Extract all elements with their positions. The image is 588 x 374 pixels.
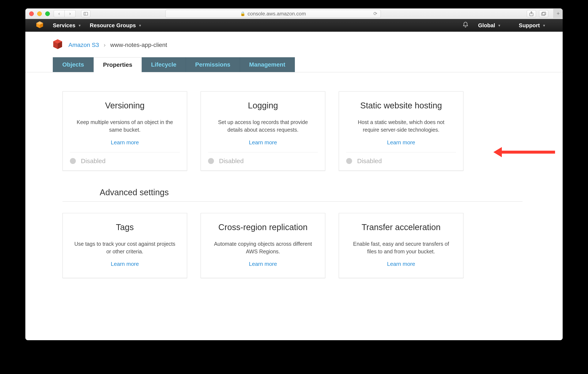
aws-top-nav: Services ▾ Resource Groups ▾ Global ▾ Su… [25, 19, 563, 32]
tab-objects[interactable]: Objects [53, 57, 94, 72]
tabs-icon [541, 12, 546, 16]
share-icon [529, 11, 534, 16]
card-title: Versioning [70, 101, 180, 110]
status-indicator-icon [208, 158, 214, 164]
chevron-down-icon: ▾ [139, 23, 141, 27]
learn-more-link[interactable]: Learn more [346, 139, 456, 146]
region-label: Global [478, 22, 495, 29]
cards-row-2: Tags Use tags to track your cost against… [63, 213, 563, 278]
card-description: Host a static website, which does not re… [350, 118, 452, 134]
sidebar-toggle-button[interactable] [81, 10, 90, 17]
tab-lifecycle[interactable]: Lifecycle [142, 57, 186, 72]
resource-groups-menu[interactable]: Resource Groups ▾ [90, 22, 141, 29]
chevron-down-icon: ▾ [79, 23, 81, 27]
properties-panel: Versioning Keep multiple versions of an … [25, 72, 563, 197]
window-zoom-button[interactable] [45, 11, 50, 16]
region-menu[interactable]: Global ▾ [478, 22, 500, 29]
reload-icon[interactable]: ⟳ [373, 11, 377, 16]
learn-more-link[interactable]: Learn more [70, 261, 180, 267]
cards-row-1: Versioning Keep multiple versions of an … [63, 91, 563, 171]
tabs-button[interactable] [539, 10, 548, 17]
aws-nav-right: Global ▾ Support ▾ [462, 21, 554, 29]
support-label: Support [519, 22, 540, 29]
card-description: Set up access log records that provide d… [212, 118, 314, 134]
svg-rect-5 [542, 12, 546, 15]
card-title: Cross-region replication [208, 223, 318, 232]
services-menu[interactable]: Services ▾ [53, 22, 81, 29]
nav-buttons: ‹ › [54, 10, 76, 17]
window-minimize-button[interactable] [37, 11, 42, 16]
address-text: console.aws.amazon.com [248, 11, 306, 17]
support-menu[interactable]: Support ▾ [519, 22, 545, 29]
page-content: Amazon S3 › www-notes-app-client Objects… [25, 32, 563, 278]
card-title: Static website hosting [346, 101, 456, 110]
status-indicator-icon [346, 158, 352, 164]
chevron-down-icon: ▾ [498, 23, 500, 27]
tabs: Objects Properties Lifecycle Permissions… [53, 57, 563, 72]
card-title: Transfer acceleration [346, 223, 456, 232]
aws-logo-icon[interactable] [36, 21, 43, 30]
card-footer: Disabled [208, 152, 318, 171]
annotation-arrow-icon [494, 147, 555, 157]
card-cross-region-replication[interactable]: Cross-region replication Automate copyin… [201, 213, 325, 278]
status-label: Disabled [81, 157, 105, 165]
address-bar[interactable]: 🔒 console.aws.amazon.com ⟳ [165, 10, 381, 18]
card-logging[interactable]: Logging Set up access log records that p… [201, 91, 325, 171]
status-indicator-icon [70, 158, 76, 164]
browser-titlebar: ‹ › 🔒 console.aws.amazon.com ⟳ + [25, 9, 563, 19]
card-title: Tags [70, 223, 180, 232]
learn-more-link[interactable]: Learn more [70, 139, 180, 146]
card-tags[interactable]: Tags Use tags to track your cost against… [63, 213, 187, 278]
sidebar-icon [84, 12, 88, 15]
tab-management[interactable]: Management [240, 57, 295, 72]
toolbar-right: + [527, 10, 559, 17]
tab-properties[interactable]: Properties [94, 57, 142, 72]
tab-permissions[interactable]: Permissions [186, 57, 240, 72]
forward-button[interactable]: › [65, 10, 76, 17]
learn-more-link[interactable]: Learn more [346, 261, 456, 267]
new-tab-button[interactable]: + [553, 9, 563, 18]
notifications-icon[interactable] [462, 21, 469, 29]
card-description: Keep multiple versions of an object in t… [74, 118, 176, 134]
card-description: Automate copying objects across differen… [212, 240, 314, 256]
s3-bucket-icon [53, 39, 63, 51]
services-label: Services [53, 22, 75, 29]
breadcrumb-separator: › [104, 42, 105, 48]
breadcrumb-bucket-name: www-notes-app-client [110, 42, 167, 48]
window-controls [29, 11, 50, 16]
card-footer: Disabled [346, 152, 456, 171]
svg-rect-0 [84, 12, 88, 15]
section-divider [63, 201, 523, 202]
learn-more-link[interactable]: Learn more [208, 139, 318, 146]
card-static-website-hosting[interactable]: Static website hosting Host a static web… [339, 91, 463, 171]
tabs-wrap: Objects Properties Lifecycle Permissions… [25, 57, 563, 72]
status-label: Disabled [357, 157, 382, 165]
learn-more-link[interactable]: Learn more [208, 261, 318, 267]
back-button[interactable]: ‹ [54, 10, 65, 17]
card-description: Enable fast, easy and secure transfers o… [350, 240, 452, 256]
chevron-down-icon: ▾ [543, 23, 545, 27]
svg-rect-4 [542, 13, 545, 15]
breadcrumb-service-link[interactable]: Amazon S3 [68, 42, 99, 48]
window-close-button[interactable] [29, 11, 34, 16]
resource-groups-label: Resource Groups [90, 22, 136, 29]
section-heading-advanced: Advanced settings [100, 188, 563, 197]
card-transfer-acceleration[interactable]: Transfer acceleration Enable fast, easy … [339, 213, 463, 278]
breadcrumb: Amazon S3 › www-notes-app-client [25, 32, 563, 57]
browser-window: ‹ › 🔒 console.aws.amazon.com ⟳ + Service… [25, 9, 563, 340]
card-title: Logging [208, 101, 318, 110]
advanced-panel: Tags Use tags to track your cost against… [25, 213, 563, 278]
card-versioning[interactable]: Versioning Keep multiple versions of an … [63, 91, 187, 171]
card-footer: Disabled [70, 152, 180, 171]
status-label: Disabled [219, 157, 244, 165]
card-description: Use tags to track your cost against proj… [74, 240, 176, 256]
lock-icon: 🔒 [240, 11, 245, 16]
share-button[interactable] [527, 10, 536, 17]
